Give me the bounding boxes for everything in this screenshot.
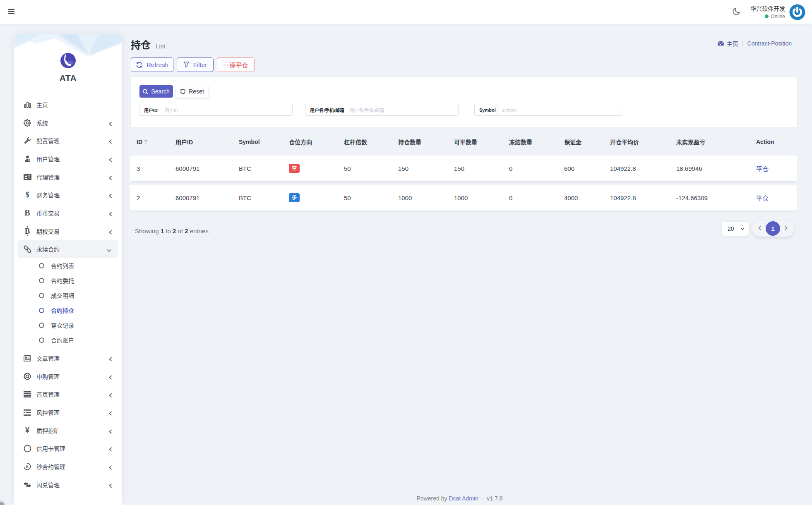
svg-text:5: 5: [26, 464, 29, 469]
svg-text:g: g: [26, 483, 28, 487]
